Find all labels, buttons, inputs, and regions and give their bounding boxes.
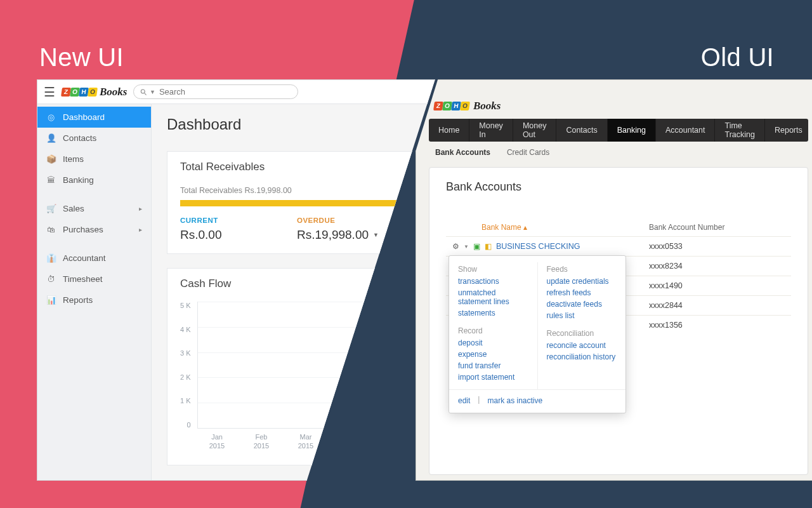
sales-icon: 🛒	[46, 204, 55, 213]
old-subtabs: Bank Accounts Credit Cards	[416, 142, 812, 159]
popover-item[interactable]: refresh feeds	[547, 287, 617, 298]
y-tick: 3 K	[180, 349, 191, 357]
y-tick: 4 K	[180, 326, 191, 333]
nav-money-in[interactable]: Money In	[469, 119, 513, 142]
popover-group-label: Reconciliation	[547, 329, 617, 338]
account-number: xxxx1490	[649, 281, 757, 290]
popover-item[interactable]: deactivate feeds	[547, 298, 617, 310]
nav-money-out[interactable]: Money Out	[513, 119, 557, 142]
sidebar-item-dashboard[interactable]: ◎Dashboard	[37, 107, 151, 128]
popover-item[interactable]: update credentials	[547, 276, 617, 287]
sidebar-item-label: Sales	[63, 204, 84, 213]
x-tick: Mar2015	[294, 432, 317, 451]
sidebar-item-label: Accountant	[63, 253, 106, 263]
sidebar-item-sales[interactable]: 🛒Sales▸	[37, 198, 151, 219]
nav-banking[interactable]: Banking	[608, 119, 656, 142]
global-search[interactable]: ▼	[133, 84, 298, 99]
receivables-subtext: Total Receivables Rs.19,998.00	[167, 180, 426, 200]
chevron-right-icon: ▸	[139, 226, 142, 233]
nav-contacts[interactable]: Contacts	[556, 119, 607, 142]
popover-item[interactable]: rules list	[547, 310, 617, 321]
subtab-credit-cards[interactable]: Credit Cards	[507, 148, 549, 157]
sidebar-item-items[interactable]: 📦Items	[37, 149, 151, 170]
dashboard-icon: ◎	[46, 112, 55, 122]
sidebar-item-accountant[interactable]: 👔Accountant	[37, 248, 151, 269]
menu-icon[interactable]: ☰	[44, 84, 55, 100]
caret-down-icon[interactable]: ▼	[464, 244, 469, 250]
metric-current: CURRENT Rs.0.00	[180, 217, 297, 242]
y-tick: 0	[187, 421, 190, 429]
items-icon: 📦	[46, 154, 55, 164]
search-input[interactable]	[159, 87, 292, 97]
popover-edit[interactable]: edit	[458, 395, 470, 406]
current-value: Rs.0.00	[180, 228, 297, 242]
gear-icon[interactable]: ⚙	[452, 242, 459, 251]
col-bank-name[interactable]: Bank Name ▴	[452, 223, 649, 232]
current-label: CURRENT	[180, 217, 297, 224]
account-name-link[interactable]: BUSINESS CHECKING	[496, 242, 580, 251]
nav-time-tracking[interactable]: Time Tracking	[715, 119, 764, 142]
panel-title: Bank Accounts	[446, 180, 791, 194]
zoho-logo-icon: ZOHO	[434, 102, 469, 110]
hero-old-label: Old UI	[701, 43, 774, 72]
search-icon	[140, 88, 147, 96]
col-account-number[interactable]: Bank Account Number	[649, 223, 757, 232]
nav-reports[interactable]: Reports	[765, 119, 812, 142]
x-tick: Jan2015	[206, 432, 228, 451]
subtab-bank-accounts[interactable]: Bank Accounts	[435, 148, 490, 157]
old-header: ZOHO Books	[416, 80, 812, 119]
x-tick: Feb2015	[250, 432, 273, 451]
accountant-icon: 👔	[46, 253, 55, 263]
nav-accountant[interactable]: Accountant	[656, 119, 716, 142]
popover-item[interactable]: expense	[458, 349, 528, 360]
feed-active-icon: ▣	[473, 242, 480, 251]
chevron-down-icon: ▼	[373, 232, 379, 238]
sidebar-item-purchases[interactable]: 🛍Purchases▸	[37, 219, 151, 240]
account-actions-popover: Showtransactionsunmatched statement line…	[449, 255, 626, 413]
alert-icon: ◧	[485, 242, 492, 251]
brand-name: Books	[473, 100, 501, 111]
chevron-right-icon: ▸	[139, 205, 142, 212]
timesheet-icon: ⏱	[46, 274, 55, 284]
old-main-nav: HomeMoney InMoney OutContactsBankingAcco…	[429, 119, 808, 142]
bank-accounts-panel: Bank Accounts Bank Name ▴ Bank Account N…	[429, 167, 808, 475]
sidebar-item-label: Items	[63, 154, 84, 164]
reports-icon: 📊	[46, 295, 55, 305]
brand[interactable]: ZOHO Books	[62, 86, 127, 97]
search-scope-caret-icon[interactable]: ▼	[150, 89, 155, 95]
popover-group-label: Record	[458, 326, 528, 335]
table-row[interactable]: ⚙▼ ▣ ◧ BUSINESS CHECKINGxxxx0533	[446, 236, 791, 256]
account-number: xxxx8234	[649, 262, 757, 271]
nav-home[interactable]: Home	[429, 119, 469, 142]
sidebar-item-reports[interactable]: 📊Reports	[37, 290, 151, 311]
popover-item[interactable]: reconciliation history	[547, 351, 617, 363]
sidebar-item-banking[interactable]: 🏛Banking	[37, 170, 151, 190]
y-tick: 5 K	[180, 302, 191, 309]
sidebar-item-label: Timesheet	[63, 274, 103, 284]
table-header: Bank Name ▴ Bank Account Number	[446, 219, 791, 236]
sidebar-item-timesheet[interactable]: ⏱Timesheet	[37, 269, 151, 290]
popover-item[interactable]: import statement	[458, 371, 528, 383]
sidebar: ◎Dashboard👤Contacts📦Items🏛Banking🛒Sales▸…	[37, 104, 152, 480]
purchases-icon: 🛍	[46, 225, 55, 234]
popover-mark-inactive[interactable]: mark as inactive	[487, 395, 542, 406]
banking-icon: 🏛	[46, 175, 55, 185]
popover-item[interactable]: fund transfer	[458, 360, 528, 371]
topbar: ☰ ZOHO Books ▼	[37, 80, 442, 104]
receivables-progress-bar	[180, 200, 414, 206]
y-tick: 1 K	[180, 397, 191, 404]
popover-item[interactable]: deposit	[458, 337, 528, 349]
sidebar-item-contacts[interactable]: 👤Contacts	[37, 128, 151, 149]
popover-item[interactable]: statements	[458, 307, 528, 319]
sidebar-item-label: Reports	[63, 295, 93, 305]
account-number: xxxx1356	[649, 321, 757, 330]
popover-item[interactable]: reconcile account	[547, 340, 617, 351]
y-tick: 2 K	[180, 373, 191, 381]
popover-item[interactable]: transactions	[458, 276, 528, 287]
popover-group-label: Feeds	[547, 265, 617, 274]
sort-asc-icon: ▴	[523, 223, 527, 232]
old-ui-window: ZOHO Books HomeMoney InMoney OutContacts…	[416, 79, 812, 481]
sidebar-item-label: Dashboard	[63, 112, 105, 122]
sidebar-item-label: Purchases	[63, 225, 103, 234]
popover-item[interactable]: unmatched statement lines	[458, 287, 528, 307]
